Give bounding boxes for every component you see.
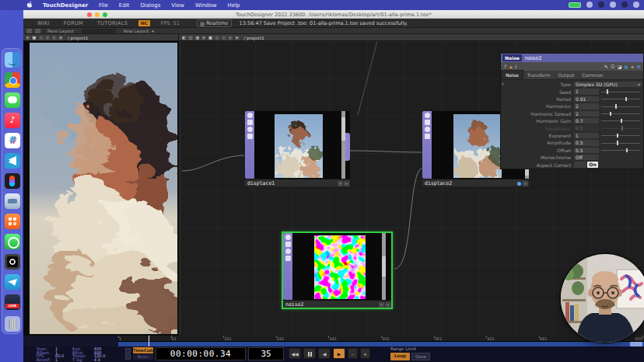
loop-button[interactable]: Loop — [390, 353, 410, 360]
pane-type-dropdown-icon[interactable]: ▾ — [201, 36, 206, 40]
node-viewer-flags[interactable] — [283, 233, 292, 300]
offset-value[interactable]: 0.5 — [574, 148, 599, 154]
pane-maximize-icon[interactable]: ■ — [32, 36, 37, 40]
dock-icon-trash[interactable] — [5, 316, 20, 332]
harmonic-gain-value[interactable]: 0.7 — [574, 118, 599, 124]
exponent-value[interactable]: 1 — [574, 133, 599, 139]
pause-button[interactable] — [303, 348, 316, 359]
tab-transform[interactable]: Transform — [523, 71, 555, 79]
dock-icon-finder[interactable] — [5, 52, 20, 68]
info-icon[interactable]: i — [515, 64, 516, 69]
edit-expression-icon[interactable]: ✎ — [604, 64, 608, 69]
node-expand-icon[interactable]: ▾ — [523, 181, 528, 186]
seed-value[interactable]: 1 — [574, 89, 599, 95]
harmonic-gain-slider[interactable] — [601, 118, 642, 124]
play-button[interactable]: ▶ — [333, 348, 345, 359]
settings-gear-icon[interactable]: ⚙ — [637, 64, 641, 69]
pane-back-icon[interactable]: ‹ — [215, 36, 219, 40]
menu-item-touchdesigner[interactable]: TouchDesigner — [37, 2, 93, 9]
timeline-ruler[interactable]: 1 61 121 181 241 301 361 421 481 541 600 — [118, 336, 644, 342]
viewer-toggle-icon[interactable] — [285, 235, 291, 240]
dock-icon-orange-app[interactable] — [5, 214, 20, 229]
lock-flag-icon[interactable] — [425, 134, 430, 139]
node-viewer-flags[interactable] — [245, 111, 254, 179]
node-menu-icon[interactable]: ≡ — [379, 302, 384, 308]
split-right-icon[interactable]: ◨ — [195, 36, 200, 40]
pane-add-icon[interactable]: + — [228, 36, 233, 40]
menu-item-edit[interactable]: Edit — [114, 2, 135, 9]
top-viewer-pane[interactable] — [23, 41, 179, 336]
harmonics-slider[interactable] — [601, 103, 642, 110]
viewer-toggle-icon[interactable] — [425, 113, 430, 118]
add-layout-icon[interactable]: + — [151, 29, 155, 33]
wiki-link[interactable]: WIKI — [37, 20, 50, 26]
playhead[interactable] — [149, 336, 149, 346]
pane-star-icon[interactable]: ★ — [58, 36, 63, 40]
pane-type-dropdown-icon[interactable]: ▾ — [26, 36, 30, 40]
seed-slider[interactable] — [601, 89, 642, 95]
node-expand-icon[interactable]: ▾ — [344, 181, 349, 186]
add-parameter-icon[interactable]: + — [631, 64, 635, 69]
bypass-flag-icon[interactable] — [247, 127, 253, 132]
pane-add-icon[interactable]: + — [52, 36, 57, 40]
copy-icon[interactable]: ◪ — [618, 64, 622, 69]
clone-flag-icon[interactable] — [285, 242, 291, 247]
node-side-tab[interactable] — [345, 133, 350, 161]
harmonic-spread-value[interactable]: 2 — [574, 111, 599, 117]
node-menu-icon[interactable]: ≡ — [338, 181, 343, 186]
dock-icon-live-app[interactable]: LIVE — [5, 294, 20, 310]
tab-noise[interactable]: Noise — [501, 70, 523, 79]
harmonic-spread-slider[interactable] — [601, 111, 642, 117]
step-back-button[interactable]: – — [348, 348, 358, 359]
window-titlebar[interactable]: TouchDesigner 2022.33600: /Users/rikloma… — [23, 10, 644, 19]
menu-item-help[interactable]: Help — [222, 2, 246, 9]
pane-maximize-icon[interactable]: ■ — [208, 36, 213, 40]
help-icon[interactable]: ? — [504, 64, 506, 69]
comment-icon[interactable]: 🗨︎ — [611, 64, 615, 69]
amplitude-value[interactable]: 0.5 — [574, 140, 599, 146]
menu-item-window[interactable]: Window — [190, 2, 222, 9]
operator-name[interactable]: noise2 — [525, 55, 541, 61]
play-reverse-button[interactable]: ◀ — [318, 348, 331, 359]
split-left-icon[interactable]: ◧ — [182, 36, 187, 40]
once-button[interactable]: Once — [411, 353, 430, 360]
period-slider[interactable] — [601, 96, 642, 103]
tutorials-link[interactable]: TUTORIALS — [97, 20, 128, 26]
pane-layout-label[interactable]: Pane Layout — [47, 29, 74, 33]
tsig-field[interactable]: 4 4 — [94, 358, 114, 362]
offset-slider[interactable] — [601, 148, 642, 154]
lock-icon[interactable]: 🔒︎ — [509, 64, 512, 70]
harmonics-value[interactable]: 2 — [574, 103, 599, 110]
timeline-option-toggle-2[interactable] — [125, 354, 131, 360]
split-square-icon[interactable]: □ — [188, 36, 193, 40]
current-frame-display[interactable]: 35 — [248, 347, 284, 360]
dock-icon-messages[interactable] — [5, 92, 20, 108]
bypass-flag-icon[interactable] — [285, 249, 291, 254]
amplitude-slider[interactable] — [601, 140, 642, 146]
roughness-slider[interactable] — [601, 125, 642, 131]
layout-preset-field[interactable] — [82, 29, 116, 33]
right-pane-path[interactable]: / project1 — [244, 36, 264, 40]
display-icon[interactable] — [586, 2, 593, 8]
clock-icon[interactable] — [633, 2, 639, 8]
node-noise2[interactable]: noise2 ≡▾ — [282, 231, 393, 309]
dock-icon-chrome[interactable] — [5, 72, 20, 88]
language-icon[interactable]: ◍ — [624, 64, 628, 69]
roughness-value[interactable]: 0.5 — [574, 125, 599, 131]
aspect-correct-off[interactable] — [574, 162, 586, 168]
node-name-label[interactable]: displace1 ≡▾ — [245, 179, 350, 186]
menu-item-dialogs[interactable]: Dialogs — [135, 2, 166, 9]
apple-menu-icon[interactable] — [26, 1, 33, 9]
resetf-field[interactable]: 1 — [55, 358, 72, 362]
node-viewer-flags[interactable] — [422, 111, 432, 179]
new-layout-button[interactable]: New Layout — [124, 29, 149, 33]
grid-layout-icon[interactable] — [26, 29, 32, 33]
timeline-option-toggle-1[interactable] — [125, 348, 131, 353]
timecode-mode-button[interactable]: TimeCode — [133, 347, 153, 353]
dock-icon-music[interactable]: ♪ — [5, 113, 20, 128]
node-expand-icon[interactable]: ▾ — [385, 302, 390, 308]
node-scrollbar[interactable] — [382, 233, 386, 303]
node-name-label[interactable]: displace2 ▾ — [422, 179, 529, 186]
range-handle[interactable] — [630, 342, 642, 346]
dock-icon-touchdesigner[interactable] — [5, 254, 20, 270]
